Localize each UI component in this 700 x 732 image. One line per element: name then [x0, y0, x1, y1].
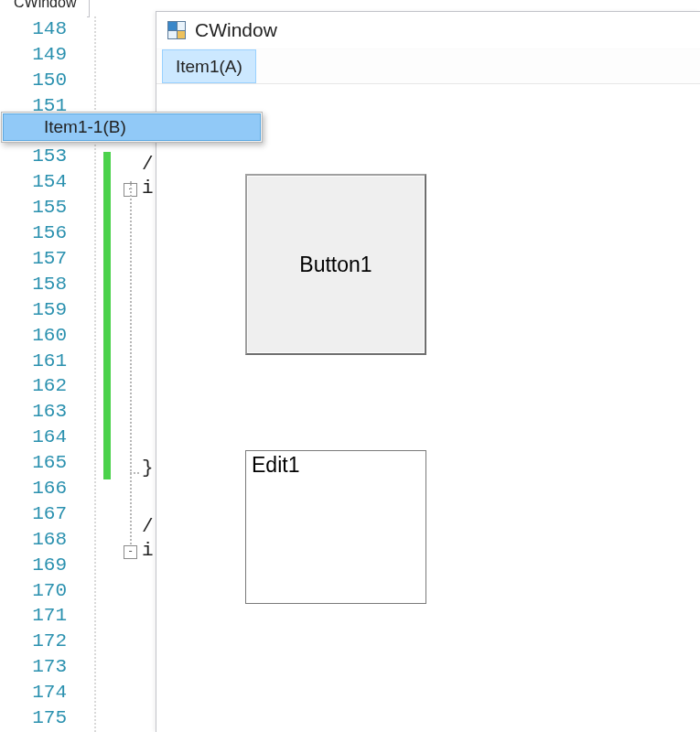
line-number: 161: [0, 349, 87, 374]
line-number: 150: [0, 68, 87, 93]
editor-tab[interactable]: CWindow: [0, 0, 90, 17]
titlebar[interactable]: CWindow: [156, 12, 700, 48]
cwindow-app: CWindow Item1(A) Item1-1(B) Button1 Edit…: [156, 11, 700, 732]
line-number: 159: [0, 297, 87, 323]
line-number: 167: [0, 501, 87, 527]
line-number: 158: [0, 272, 87, 297]
window-title: CWindow: [195, 19, 277, 41]
editor-tab-label: CWindow: [14, 0, 76, 11]
edit1[interactable]: Edit1: [245, 450, 426, 604]
line-number: 173: [0, 654, 87, 680]
line-number: 156: [0, 221, 87, 246]
edit1-value: Edit1: [252, 453, 299, 477]
line-number: 166: [0, 476, 87, 501]
line-number: 165: [0, 450, 87, 476]
line-number: 157: [0, 246, 87, 272]
submenu: Item1-1(B): [1, 112, 263, 143]
line-number: 148: [0, 16, 87, 42]
line-number: 162: [0, 373, 87, 399]
line-number: 170: [0, 578, 87, 604]
line-number: 171: [0, 603, 87, 629]
menu-item-label: Item1(A): [176, 57, 242, 77]
submenu-item-label: Item1-1(B): [44, 117, 126, 136]
line-number: 172: [0, 629, 87, 654]
fold-end-mark: [130, 472, 139, 474]
fold-guideline: [130, 181, 132, 547]
line-number: 163: [0, 399, 87, 425]
submenu-item-item1-1[interactable]: Item1-1(B): [3, 113, 261, 141]
menu-item-item1[interactable]: Item1(A): [162, 49, 256, 83]
line-number: 155: [0, 195, 87, 221]
line-number: 168: [0, 527, 87, 553]
code-fragment: }: [142, 458, 154, 479]
line-number: 174: [0, 680, 87, 705]
code-fragment: i: [142, 540, 154, 561]
client-area: Button1 Edit1: [156, 84, 700, 732]
menu-bar: Item1(A): [156, 48, 700, 83]
code-fragment: i: [142, 178, 154, 199]
line-number: 160: [0, 323, 87, 349]
fold-toggle[interactable]: -: [124, 545, 137, 559]
code-fragment: /: [142, 516, 154, 537]
line-number: 153: [0, 144, 87, 169]
code-fragment: /: [142, 154, 154, 175]
change-marker: [103, 152, 111, 479]
app-icon: [167, 21, 186, 39]
button1[interactable]: Button1: [245, 174, 426, 355]
line-number: 149: [0, 42, 87, 68]
button1-label: Button1: [299, 253, 372, 277]
line-number: 164: [0, 425, 87, 450]
line-number: 175: [0, 705, 87, 731]
line-number: 169: [0, 553, 87, 578]
line-number: 154: [0, 169, 87, 195]
